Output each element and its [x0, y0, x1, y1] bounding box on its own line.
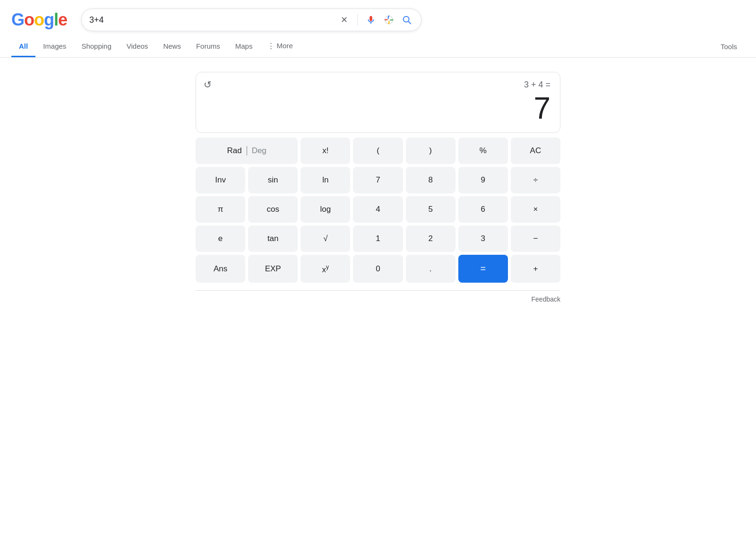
calc-expression: 3 + 4 =: [206, 80, 550, 90]
four-button[interactable]: 4: [353, 196, 403, 223]
tab-all[interactable]: All: [11, 36, 35, 57]
logo-e: e: [58, 10, 67, 30]
rad-label: Rad: [227, 146, 241, 156]
rad-deg-toggle[interactable]: Rad Deg: [196, 138, 298, 164]
calc-result: 7: [206, 92, 550, 125]
equals-button[interactable]: =: [458, 255, 508, 283]
open-paren-button[interactable]: (: [353, 138, 403, 164]
two-button[interactable]: 2: [406, 225, 455, 252]
svg-point-1: [388, 19, 390, 21]
ln-button[interactable]: ln: [301, 167, 350, 193]
tab-news[interactable]: News: [155, 36, 189, 57]
clear-all-button[interactable]: AC: [511, 138, 560, 164]
calc-display: ↺ 3 + 4 = 7: [196, 72, 560, 133]
euler-button[interactable]: e: [196, 225, 245, 252]
multiply-button[interactable]: ×: [511, 196, 560, 223]
clear-button[interactable]: ✕: [337, 13, 351, 26]
seven-button[interactable]: 7: [353, 167, 403, 193]
logo-g2: g: [44, 10, 54, 30]
google-logo[interactable]: Google: [11, 10, 67, 30]
add-button[interactable]: +: [511, 255, 560, 283]
subtract-button[interactable]: −: [511, 225, 560, 252]
search-divider: [357, 14, 358, 26]
history-icon[interactable]: ↺: [204, 79, 212, 90]
search-icons: ✕: [337, 13, 413, 26]
lens-button[interactable]: [382, 13, 395, 26]
factorial-button[interactable]: x!: [301, 138, 350, 164]
log-button[interactable]: log: [301, 196, 350, 223]
five-button[interactable]: 5: [406, 196, 455, 223]
logo-g: G: [11, 10, 24, 30]
eight-button[interactable]: 8: [406, 167, 455, 193]
nine-button[interactable]: 9: [458, 167, 508, 193]
three-button[interactable]: 3: [458, 225, 508, 252]
tab-images[interactable]: Images: [35, 36, 74, 57]
power-button[interactable]: xy: [301, 255, 350, 283]
six-button[interactable]: 6: [458, 196, 508, 223]
logo-l: l: [54, 10, 58, 30]
tab-forums[interactable]: Forums: [189, 36, 228, 57]
divide-button[interactable]: ÷: [511, 167, 560, 193]
tab-more[interactable]: ⋮ More: [260, 36, 300, 57]
sqrt-button[interactable]: √: [301, 225, 350, 252]
sin-button[interactable]: sin: [248, 167, 298, 193]
feedback-row: Feedback: [196, 290, 560, 303]
tan-button[interactable]: tan: [248, 225, 298, 252]
search-button[interactable]: [400, 13, 413, 26]
logo-o2: o: [34, 10, 44, 30]
feedback-link[interactable]: Feedback: [532, 295, 560, 303]
search-input[interactable]: [89, 15, 333, 25]
search-bar: ✕: [81, 9, 421, 31]
logo-o1: o: [24, 10, 34, 30]
cos-button[interactable]: cos: [248, 196, 298, 223]
calc-keypad: Rad Deg x! ( ) % AC Inv sin ln 7 8 9 ÷ π…: [196, 138, 560, 283]
nav-tabs: All Images Shopping Videos News Forums M…: [0, 36, 756, 58]
rad-deg-divider: [247, 146, 247, 156]
svg-line-3: [408, 21, 411, 24]
calculator: ↺ 3 + 4 = 7 Rad Deg x! ( ) % AC Inv sin …: [184, 72, 572, 303]
ans-button[interactable]: Ans: [196, 255, 245, 283]
close-paren-button[interactable]: ): [406, 138, 455, 164]
header: Google ✕: [0, 0, 756, 31]
pi-button[interactable]: π: [196, 196, 245, 223]
one-button[interactable]: 1: [353, 225, 403, 252]
tab-videos[interactable]: Videos: [119, 36, 156, 57]
percent-button[interactable]: %: [458, 138, 508, 164]
decimal-button[interactable]: .: [406, 255, 455, 283]
search-bar-wrapper: ✕: [81, 9, 421, 31]
inv-button[interactable]: Inv: [196, 167, 245, 193]
tools-button[interactable]: Tools: [713, 37, 745, 56]
microphone-button[interactable]: [364, 13, 378, 26]
zero-button[interactable]: 0: [353, 255, 403, 283]
tab-maps[interactable]: Maps: [228, 36, 260, 57]
deg-label: Deg: [252, 146, 266, 156]
tab-shopping[interactable]: Shopping: [74, 36, 119, 57]
exp-button[interactable]: EXP: [248, 255, 298, 283]
